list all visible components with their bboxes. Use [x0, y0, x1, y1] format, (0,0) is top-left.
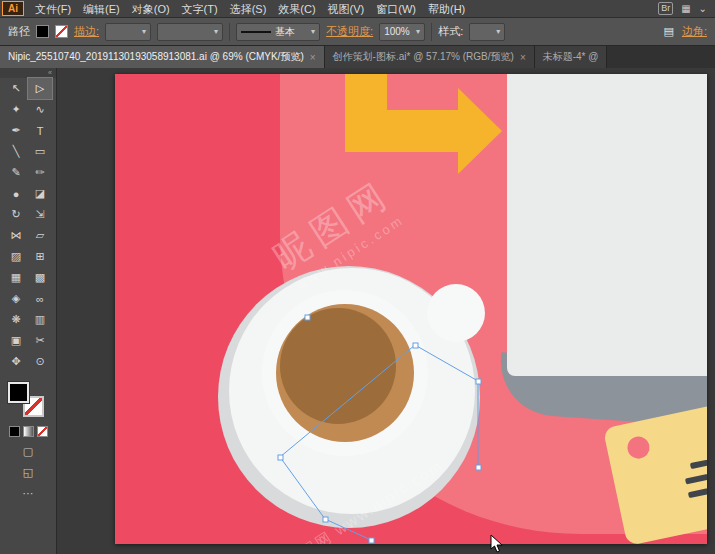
color-mode-button[interactable]: [9, 426, 20, 437]
tool-line-segment[interactable]: ╲: [4, 141, 28, 162]
tool-selection[interactable]: ↖: [4, 78, 28, 99]
canvas-area[interactable]: 昵图网 www.nipic.com 昵图网 www.nipic.com: [57, 68, 715, 554]
tab-label: 创作策划-图标.ai* @ 57.17% (RGB/预览): [333, 50, 514, 64]
tool-shape-builder[interactable]: ▨: [4, 246, 28, 267]
tab-document-2[interactable]: 创作策划-图标.ai* @ 57.17% (RGB/预览) ×: [325, 46, 535, 68]
menu-effect[interactable]: 效果(C): [272, 0, 321, 18]
fill-swatch-large[interactable]: [8, 382, 29, 403]
tool-blob-brush[interactable]: ●: [4, 183, 28, 204]
options-icon[interactable]: ▤: [664, 25, 674, 38]
tool-rotate[interactable]: ↻: [4, 204, 28, 225]
profile-line-icon: [241, 31, 271, 33]
menu-view[interactable]: 视图(V): [322, 0, 371, 18]
panel-collapse-icon[interactable]: «: [0, 68, 56, 78]
menu-bar: Ai 文件(F) 编辑(E) 对象(O) 文字(T) 选择(S) 效果(C) 视…: [0, 0, 715, 18]
artboard[interactable]: 昵图网 www.nipic.com 昵图网 www.nipic.com: [115, 74, 707, 544]
selection-type-label: 路径: [8, 24, 30, 39]
draw-mode-button[interactable]: ▢: [23, 445, 33, 458]
tool-artboard[interactable]: ▣: [4, 330, 28, 351]
style-dropdown[interactable]: [469, 23, 505, 41]
tool-direct-selection[interactable]: ▷: [28, 78, 52, 99]
corner-panel-link[interactable]: 边角:: [682, 24, 707, 39]
profile-value: 基本: [275, 25, 295, 39]
width-profile-dropdown[interactable]: 基本: [236, 23, 320, 41]
bridge-button[interactable]: Br: [658, 2, 673, 15]
menu-select[interactable]: 选择(S): [224, 0, 273, 18]
document-tab-bar: Nipic_25510740_20191130193058913081.ai @…: [0, 46, 715, 68]
stroke-color-swatch[interactable]: [55, 25, 68, 38]
tool-zoom[interactable]: ⊙: [28, 351, 52, 372]
tool-hand[interactable]: ✥: [4, 351, 28, 372]
menu-window[interactable]: 窗口(W): [370, 0, 422, 18]
menu-type[interactable]: 文字(T): [176, 0, 224, 18]
opacity-panel-link[interactable]: 不透明度:: [326, 24, 373, 39]
opacity-dropdown[interactable]: 100%: [379, 23, 425, 41]
tab-document-1[interactable]: Nipic_25510740_20191130193058913081.ai @…: [0, 46, 325, 68]
menu-file[interactable]: 文件(F): [29, 0, 77, 18]
selection-path-overlay: [115, 74, 707, 544]
workspace-icon[interactable]: ▦: [681, 3, 690, 14]
anchor-point[interactable]: [476, 379, 481, 384]
anchor-point[interactable]: [369, 538, 374, 543]
tool-slice[interactable]: ✂: [28, 330, 52, 351]
tool-paintbrush[interactable]: ✎: [4, 162, 28, 183]
tool-blend[interactable]: ∞: [28, 288, 52, 309]
style-label: 样式:: [438, 24, 463, 39]
mouse-cursor-icon: [490, 534, 504, 554]
brush-definition-dropdown[interactable]: [157, 23, 223, 41]
stroke-panel-link[interactable]: 描边:: [74, 24, 99, 39]
menu-edit[interactable]: 编辑(E): [77, 0, 126, 18]
menu-help[interactable]: 帮助(H): [422, 0, 471, 18]
screen-mode-button[interactable]: ◱: [23, 466, 33, 479]
more-tools-icon[interactable]: ⋯: [23, 487, 34, 500]
tool-gradient[interactable]: ▩: [28, 267, 52, 288]
tools-panel: « ↖ ▷ ✦ ∿ ✒ T ╲ ▭ ✎ ✏ ● ◪ ↻ ⇲ ⋈ ▱ ▨ ⊞ ▦: [0, 68, 57, 554]
tool-width[interactable]: ⋈: [4, 225, 28, 246]
app-logo: Ai: [2, 1, 24, 16]
fill-color-swatch[interactable]: [36, 25, 49, 38]
tool-mesh[interactable]: ▦: [4, 267, 28, 288]
tool-pencil[interactable]: ✏: [28, 162, 52, 183]
tab-document-3[interactable]: 未标题-4* @: [535, 46, 608, 68]
anchor-point[interactable]: [305, 315, 310, 320]
tool-column-graph[interactable]: ▥: [28, 309, 52, 330]
tool-scale[interactable]: ⇲: [28, 204, 52, 225]
tool-lasso[interactable]: ∿: [28, 99, 52, 120]
tool-perspective-grid[interactable]: ⊞: [28, 246, 52, 267]
anchor-point[interactable]: [413, 343, 418, 348]
tab-label: Nipic_25510740_20191130193058913081.ai @…: [8, 50, 304, 64]
illustrator-window: Ai 文件(F) 编辑(E) 对象(O) 文字(T) 选择(S) 效果(C) 视…: [0, 0, 715, 554]
tool-free-transform[interactable]: ▱: [28, 225, 52, 246]
none-mode-button[interactable]: [37, 426, 48, 437]
gradient-mode-button[interactable]: [23, 426, 34, 437]
anchor-point[interactable]: [476, 465, 481, 470]
stroke-weight-dropdown[interactable]: [105, 23, 151, 41]
tool-type[interactable]: T: [28, 120, 52, 141]
tool-eraser[interactable]: ◪: [28, 183, 52, 204]
tab-label: 未标题-4* @: [543, 50, 599, 64]
tool-symbol-sprayer[interactable]: ❋: [4, 309, 28, 330]
anchor-point[interactable]: [323, 517, 328, 522]
tool-pen[interactable]: ✒: [4, 120, 28, 141]
tool-eyedropper[interactable]: ◈: [4, 288, 28, 309]
tab-close-icon[interactable]: ×: [310, 52, 316, 63]
opacity-value: 100%: [384, 26, 410, 37]
workspace-chevron-icon[interactable]: ⌄: [699, 3, 707, 14]
tool-rectangle[interactable]: ▭: [28, 141, 52, 162]
anchor-point[interactable]: [278, 455, 283, 460]
tool-magic-wand[interactable]: ✦: [4, 99, 28, 120]
tab-close-icon[interactable]: ×: [520, 52, 526, 63]
control-bar: 路径 描边: 基本 不透明度: 100% 样式: ▤ 边角:: [0, 18, 715, 46]
menu-object[interactable]: 对象(O): [126, 0, 176, 18]
